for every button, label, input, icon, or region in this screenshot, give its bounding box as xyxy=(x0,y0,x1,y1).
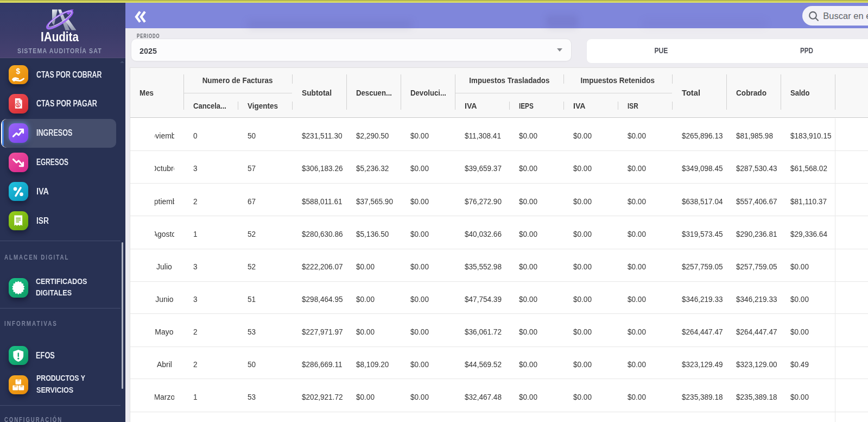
svg-text:$: $ xyxy=(16,67,21,75)
svg-text:$: $ xyxy=(17,103,20,108)
